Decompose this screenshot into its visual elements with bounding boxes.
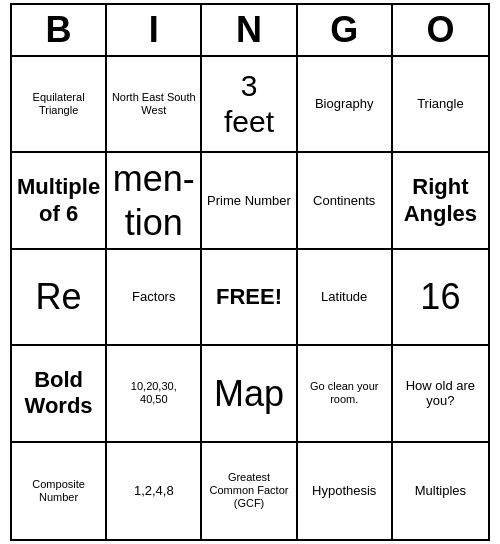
bingo-cell-10: Re xyxy=(12,250,107,346)
bingo-cell-7: Prime Number xyxy=(202,153,297,249)
bingo-grid: Equilateral TriangleNorth East South Wes… xyxy=(12,57,488,539)
bingo-cell-2: 3 feet xyxy=(202,57,297,153)
cell-text-16: 10,20,30, 40,50 xyxy=(131,380,177,406)
cell-text-10: Re xyxy=(36,275,82,318)
cell-text-1: North East South West xyxy=(111,91,196,117)
bingo-card: BINGO Equilateral TriangleNorth East Sou… xyxy=(10,3,490,541)
bingo-cell-24: Multiples xyxy=(393,443,488,539)
header-letter-b: B xyxy=(12,5,107,55)
bingo-cell-1: North East South West xyxy=(107,57,202,153)
bingo-cell-0: Equilateral Triangle xyxy=(12,57,107,153)
cell-text-4: Triangle xyxy=(417,96,463,112)
bingo-cell-12: FREE! xyxy=(202,250,297,346)
cell-text-23: Hypothesis xyxy=(312,483,376,499)
cell-text-18: Go clean your room. xyxy=(302,380,387,406)
bingo-cell-22: Greatest Common Factor (GCF) xyxy=(202,443,297,539)
bingo-cell-13: Latitude xyxy=(298,250,393,346)
header-letter-n: N xyxy=(202,5,297,55)
bingo-cell-8: Continents xyxy=(298,153,393,249)
cell-text-15: Bold Words xyxy=(16,367,101,420)
bingo-cell-15: Bold Words xyxy=(12,346,107,442)
cell-text-2: 3 feet xyxy=(224,68,274,140)
cell-text-5: Multiple of 6 xyxy=(16,174,101,227)
cell-text-3: Biography xyxy=(315,96,374,112)
bingo-cell-14: 16 xyxy=(393,250,488,346)
cell-text-22: Greatest Common Factor (GCF) xyxy=(206,471,291,511)
cell-text-7: Prime Number xyxy=(207,193,291,209)
bingo-cell-17: Map xyxy=(202,346,297,442)
bingo-cell-11: Factors xyxy=(107,250,202,346)
header-letter-i: I xyxy=(107,5,202,55)
cell-text-24: Multiples xyxy=(415,483,466,499)
cell-text-17: Map xyxy=(214,372,284,415)
bingo-cell-6: men­­tion xyxy=(107,153,202,249)
cell-text-19: How old are you? xyxy=(397,378,484,409)
bingo-cell-9: Right Angles xyxy=(393,153,488,249)
cell-text-0: Equilateral Triangle xyxy=(16,91,101,117)
bingo-cell-4: Triangle xyxy=(393,57,488,153)
cell-text-14: 16 xyxy=(420,275,460,318)
bingo-cell-3: Biography xyxy=(298,57,393,153)
bingo-header: BINGO xyxy=(12,5,488,57)
cell-text-13: Latitude xyxy=(321,289,367,305)
cell-text-20: Composite Number xyxy=(16,478,101,504)
cell-text-8: Continents xyxy=(313,193,375,209)
bingo-cell-16: 10,20,30, 40,50 xyxy=(107,346,202,442)
header-letter-o: O xyxy=(393,5,488,55)
cell-text-11: Factors xyxy=(132,289,175,305)
bingo-cell-19: How old are you? xyxy=(393,346,488,442)
bingo-cell-20: Composite Number xyxy=(12,443,107,539)
bingo-cell-23: Hypothesis xyxy=(298,443,393,539)
cell-text-6: men­­tion xyxy=(111,157,196,243)
cell-text-21: 1,2,4,8 xyxy=(134,483,174,499)
header-letter-g: G xyxy=(298,5,393,55)
cell-text-9: Right Angles xyxy=(397,174,484,227)
cell-text-12: FREE! xyxy=(216,284,282,310)
bingo-cell-21: 1,2,4,8 xyxy=(107,443,202,539)
bingo-cell-5: Multiple of 6 xyxy=(12,153,107,249)
bingo-cell-18: Go clean your room. xyxy=(298,346,393,442)
